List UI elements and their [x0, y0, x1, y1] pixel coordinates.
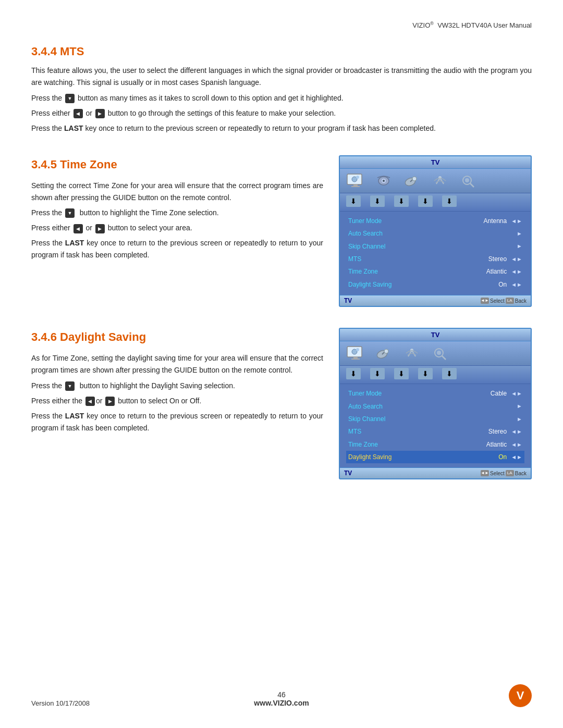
menu-arrow-skipchannel-tz: ► — [517, 241, 522, 251]
footer-icon-arrows-dl: ◄► — [481, 470, 489, 476]
daylight-text-col: 3.4.6 Daylight Saving As for Time Zone, … — [31, 328, 323, 479]
dl-para-3: Press either the or button to select On … — [31, 395, 323, 407]
model-name: VW32L HDTV40A User Manual — [437, 21, 532, 29]
tz-para-1: Setting the correct Time Zone for your a… — [31, 180, 323, 204]
timezone-tv-ui-col: TV — [339, 155, 532, 307]
footer-btn-selectback-dl: ◄► Select LA Back — [481, 470, 527, 476]
tv-icon-antenna — [431, 173, 449, 189]
svg-point-26 — [437, 351, 441, 355]
menu-arrow-skipchannel-dl: ► — [517, 414, 522, 424]
page-footer: Version 10/17/2008 46 www.VIZIO.com V — [0, 684, 563, 707]
left-btn-dl — [85, 397, 95, 406]
small-icon-3-tz: ⬇ — [394, 195, 409, 207]
right-btn-dl — [105, 397, 115, 406]
tv-icons-row2-dl: ⬇ ⬇ ⬇ ⬇ ⬇ — [340, 366, 531, 384]
menu-row-tunermode-tz: Tuner Mode Antenna ◄► — [346, 215, 524, 227]
tv-footer-controls-dl: ◄► Select LA Back — [481, 470, 527, 476]
svg-rect-16 — [353, 357, 358, 359]
tv-icons-row1-dl — [340, 341, 531, 366]
small-icon-1-dl: ⬇ — [346, 368, 361, 379]
menu-row-mts-dl: MTS Stereo ◄► — [346, 425, 524, 438]
menu-label-skipchannel-dl: Skip Channel — [348, 414, 512, 424]
menu-arrow-tunermode-tz: ◄► — [511, 216, 522, 226]
page-container: VIZIO® VW32L HDTV40A User Manual 3.4.4 M… — [0, 0, 563, 728]
menu-label-autosearch-dl: Auto Search — [348, 401, 512, 412]
footer-icon-arrows-tz: ◄► — [481, 298, 489, 304]
tz-para-3: Press either or button to select your ar… — [31, 222, 323, 234]
section-mts-title: 3.4.4 MTS — [31, 45, 532, 58]
menu-value-timezone-dl: Atlantic — [486, 439, 507, 450]
svg-point-9 — [412, 177, 417, 181]
menu-arrow-daylight-tz: ◄► — [511, 280, 522, 290]
section-timezone: 3.4.5 Time Zone Setting the correct Time… — [31, 155, 532, 307]
mts-para-3: Press either or button to go through the… — [31, 107, 532, 119]
footer-content: Version 10/17/2008 46 www.VIZIO.com V — [31, 684, 532, 707]
tv-menu-tz: Tuner Mode Antenna ◄► Auto Search ► Skip… — [340, 212, 531, 295]
footer-icon-last-dl: LA — [506, 470, 514, 476]
small-icon-4-dl: ⬇ — [418, 368, 433, 379]
menu-row-skipchannel-tz: Skip Channel ► — [346, 240, 524, 253]
svg-point-4 — [356, 176, 359, 179]
dl-para-4: Press the LAST key once to return to the… — [31, 410, 323, 434]
tv-icon-satellite-dl — [374, 346, 393, 361]
footer-back-label-dl: Back — [515, 471, 527, 476]
tv-icon-satellite — [402, 173, 421, 189]
svg-point-21 — [384, 349, 388, 353]
menu-value-tunermode-dl: Cable — [491, 388, 507, 399]
footer-select-label-tz: Select — [490, 298, 505, 304]
menu-arrow-mts-dl: ◄► — [511, 427, 522, 437]
vizio-logo: V — [509, 684, 532, 707]
down-button-icon-tz — [65, 208, 75, 218]
footer-page-number: 46 — [254, 690, 309, 699]
menu-value-daylight-tz: On — [498, 279, 507, 290]
daylight-title: 3.4.6 Daylight Saving — [31, 328, 323, 346]
daylight-text: As for Time Zone, setting the daylight s… — [31, 352, 323, 434]
svg-rect-1 — [353, 184, 358, 186]
mts-para-4: Press the LAST key once to return to the… — [31, 122, 532, 134]
menu-arrow-timezone-dl: ◄► — [511, 440, 522, 450]
down-button-icon — [65, 94, 75, 103]
menu-arrow-tunermode-dl: ◄► — [511, 389, 522, 399]
tv-icon-monitor-dl — [346, 346, 365, 361]
footer-select-label-dl: Select — [490, 471, 505, 476]
dl-para-2: Press the button to highlight the Daylig… — [31, 380, 323, 392]
footer-website: www.VIZIO.com — [254, 699, 309, 707]
svg-point-11 — [438, 176, 442, 179]
menu-label-daylight-tz: Daylight Saving — [348, 279, 498, 290]
svg-line-13 — [470, 183, 474, 187]
header-text: VIZIO® VW32L HDTV40A User Manual — [412, 21, 532, 29]
tv-menu-dl: Tuner Mode Cable ◄► Auto Search ► Skip C… — [340, 384, 531, 467]
daylight-tv-ui-col: TV — [339, 328, 532, 479]
small-icon-4-tz: ⬇ — [418, 195, 433, 207]
tv-footer-label-tz: TV — [344, 297, 481, 304]
svg-rect-2 — [351, 186, 360, 187]
timezone-text: Setting the correct Time Zone for your a… — [31, 180, 323, 262]
superscript: ® — [430, 21, 434, 26]
tv-footer-dl: TV ◄► Select LA Back — [340, 467, 531, 478]
small-icon-5-dl: ⬇ — [442, 368, 457, 379]
svg-point-7 — [383, 180, 385, 182]
timezone-title: 3.4.5 Time Zone — [31, 155, 323, 174]
page-header: VIZIO® VW32L HDTV40A User Manual — [31, 21, 532, 29]
tv-footer-controls-tz: ◄► Select LA Back — [481, 298, 527, 304]
menu-row-autosearch-tz: Auto Search ► — [346, 227, 524, 240]
small-icon-2-dl: ⬇ — [370, 368, 385, 379]
tz-para-2: Press the button to highlight the Time Z… — [31, 207, 323, 219]
small-icon-5-tz: ⬇ — [442, 195, 457, 207]
tv-footer-label-dl: TV — [344, 470, 481, 477]
menu-arrow-autosearch-tz: ► — [517, 229, 522, 239]
tv-icons-row1-tz — [340, 169, 531, 193]
footer-btn-selectback-tz: ◄► Select LA Back — [481, 298, 527, 304]
tv-icon-antenna-dl — [402, 346, 421, 361]
svg-line-25 — [442, 356, 446, 360]
menu-row-autosearch-dl: Auto Search ► — [346, 400, 524, 413]
menu-value-mts-tz: Stereo — [488, 254, 507, 264]
menu-value-mts-dl: Stereo — [488, 426, 507, 437]
svg-point-14 — [465, 178, 469, 182]
tv-header-dl: TV — [340, 329, 531, 341]
left-btn-tz — [74, 224, 83, 233]
menu-value-timezone-tz: Atlantic — [486, 266, 507, 277]
footer-center: 46 www.VIZIO.com — [254, 690, 309, 707]
brand-name: VIZIO — [412, 21, 430, 29]
footer-version: Version 10/17/2008 — [31, 699, 90, 707]
